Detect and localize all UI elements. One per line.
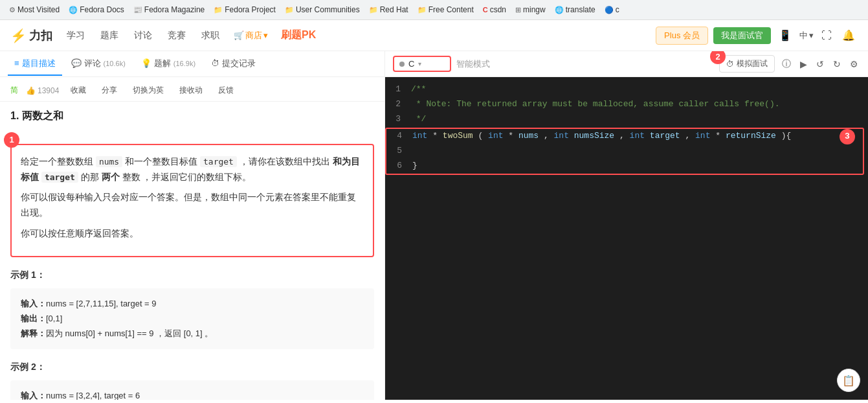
bookmark-most-visited[interactable]: ⚙ Most Visited: [6, 4, 62, 16]
bookmark-c[interactable]: 🔵 c: [602, 4, 622, 16]
code-line-4: 4 int * twoSum ( int * nums , int numsSi…: [386, 129, 863, 144]
tab-solution-icon: 💡: [141, 58, 151, 68]
editor-toolbar: 2 C ▾ 智能模式 ⏱ 模拟面试 ⓘ ▶ ↺ ↻ ⚙: [385, 51, 868, 77]
tab-desc-label: 题目描述: [22, 58, 56, 69]
nav-discuss[interactable]: 讨论: [133, 27, 153, 44]
nav-problems[interactable]: 题库: [99, 27, 120, 44]
smart-mode-label: 智能模式: [456, 58, 490, 70]
bookmark-fedora-magazine-label: Fedora Magazine: [144, 5, 205, 14]
code-content-6: }: [412, 159, 863, 173]
code-target: target: [200, 156, 237, 167]
code-target-2: target: [41, 172, 78, 183]
switch-lang-btn[interactable]: 切换为英: [129, 84, 168, 97]
example-2-input-value: nums = [3,2,4], target = 6: [46, 391, 140, 400]
interview-button[interactable]: 我是面试官: [713, 27, 771, 44]
float-action-button[interactable]: 📋: [837, 369, 860, 392]
bookmark-most-visited-label: Most Visited: [17, 5, 60, 14]
likes-icon: 👍: [26, 86, 36, 95]
bookmark-fedora-docs[interactable]: 🌐 Fedora Docs: [66, 4, 127, 16]
tab-comment-badge: (10.6k): [104, 60, 126, 67]
main-container: ≡ 题目描述 💬 评论 (10.6k) 💡 题解 (16.9k) ⏱ 提交记录 …: [0, 51, 868, 400]
problem-desc-p3: 你可以按任意顺序返回答案。: [21, 226, 364, 242]
plus-member-button[interactable]: Plus 会员: [656, 27, 708, 45]
bookmark-csdn-label: csdn: [490, 5, 506, 14]
folder-icon-1: 📁: [214, 6, 223, 14]
collect-btn[interactable]: 收藏: [67, 84, 90, 97]
bookmark-csdn[interactable]: C csdn: [480, 4, 509, 16]
settings-icon[interactable]: ⚙: [848, 57, 860, 71]
code-editor[interactable]: 3 1 /** 2 * Note: The returned array mus…: [385, 77, 868, 400]
language-selector[interactable]: C ▾: [393, 56, 451, 72]
nav-study[interactable]: 学习: [65, 27, 86, 44]
redo-icon[interactable]: ↻: [831, 57, 843, 71]
highlighted-code-block: 4 int * twoSum ( int * nums , int numsSi…: [385, 128, 864, 174]
tab-solution-label: 题解: [154, 58, 171, 69]
badge-1: 1: [4, 132, 19, 148]
problem-number: 1.: [10, 110, 19, 121]
lang-switcher[interactable]: 中 ▾: [799, 30, 814, 41]
badge-3: 3: [840, 129, 855, 144]
param-returnsize: returnSize: [726, 131, 776, 141]
bookmark-translate[interactable]: 🌐 translate: [552, 4, 598, 16]
info-icon[interactable]: ⓘ: [780, 56, 793, 72]
mobile-icon[interactable]: 📱: [776, 27, 794, 44]
views-stat: 接收动: [175, 84, 206, 97]
problem-description: 给定一个整数数组 nums 和一个整数目标值 target ，请你在该数组中找出…: [10, 144, 374, 257]
example-2: 示例 2： 输入：nums = [3,2,4], target = 6 输出：[…: [10, 360, 374, 400]
kw-int: int: [412, 131, 427, 141]
example-2-title: 示例 2：: [10, 360, 374, 375]
feedback-btn[interactable]: 反馈: [214, 84, 238, 97]
line-num-6: 6: [386, 159, 412, 173]
notification-icon[interactable]: 🔔: [840, 27, 858, 44]
bookmark-fedora-project[interactable]: 📁 Fedora Project: [211, 4, 278, 16]
bookmark-free-content[interactable]: 📁 Free Content: [415, 4, 476, 16]
nav-pk[interactable]: 刷题PK: [281, 29, 316, 42]
shop-label: 商店: [245, 30, 262, 41]
logo[interactable]: ⚡ 力扣: [10, 28, 52, 43]
newspaper-icon: 📰: [133, 6, 142, 14]
param-numssize: numsSize: [574, 131, 614, 141]
bookmark-user-communities[interactable]: 📁 User Communities: [282, 4, 362, 16]
undo-icon[interactable]: ↺: [814, 57, 826, 71]
code-content-3: */: [411, 113, 868, 126]
line-num-4: 4: [386, 130, 412, 143]
fullscreen-icon[interactable]: ⛶: [819, 27, 834, 44]
bookmark-fedora-magazine[interactable]: 📰 Fedora Magazine: [131, 4, 207, 16]
bookmark-red-hat[interactable]: 📁 Red Hat: [366, 4, 411, 16]
difficulty-tag[interactable]: 简: [10, 85, 18, 96]
tab-comment-icon: 💬: [71, 58, 82, 68]
simulate-button[interactable]: ⏱ 模拟面试: [719, 55, 775, 73]
shop-icon: 🛒: [234, 30, 244, 40]
func-name: twoSum: [443, 131, 473, 141]
nav-shop[interactable]: 🛒 商店 ▾: [234, 30, 268, 41]
tab-submit[interactable]: ⏱ 提交记录: [205, 52, 262, 76]
globe-icon: 🌐: [69, 6, 78, 14]
code-line-3: 3 */: [385, 112, 868, 127]
problem-title-area: 1. 两数之和: [0, 102, 384, 128]
shop-chevron: ▾: [263, 30, 268, 40]
bookmark-mingw[interactable]: ⊞ mingw: [513, 4, 548, 16]
right-panel: 2 C ▾ 智能模式 ⏱ 模拟面试 ⓘ ▶ ↺ ↻ ⚙: [385, 51, 868, 400]
code-line-5: 5: [386, 144, 863, 159]
simulate-icon: ⏱: [726, 60, 734, 69]
share-btn[interactable]: 分享: [98, 84, 121, 97]
tab-solution-badge: (16.9k): [173, 60, 195, 67]
play-icon[interactable]: ▶: [798, 57, 809, 71]
top-nav: ⚡ 力扣 学习 题库 讨论 竞赛 求职 🛒 商店 ▾ 刷题PK Plus 会员 …: [0, 20, 868, 51]
kw-int5: int: [695, 131, 710, 141]
nav-jobs[interactable]: 求职: [200, 27, 221, 44]
tab-solution[interactable]: 💡 题解 (16.9k): [135, 52, 202, 76]
logo-text: 力扣: [29, 28, 52, 43]
mingw-icon: ⊞: [515, 6, 521, 14]
nav-contest[interactable]: 竞赛: [166, 27, 187, 44]
example-1-output: 输出：[0,1]: [21, 311, 364, 326]
tab-description[interactable]: ≡ 题目描述: [8, 52, 62, 76]
c-bookmark-icon: 🔵: [605, 6, 614, 14]
bookmark-fedora-docs-label: Fedora Docs: [80, 5, 124, 14]
translate-icon: 🌐: [555, 6, 564, 14]
example-1: 示例 1： 输入：nums = [2,7,11,15], target = 9 …: [10, 268, 374, 349]
line-num-3: 3: [385, 113, 411, 126]
tab-submit-icon: ⏱: [211, 58, 219, 68]
example-1-box: 输入：nums = [2,7,11,15], target = 9 输出：[0,…: [10, 288, 374, 349]
tab-comment[interactable]: 💬 评论 (10.6k): [65, 52, 132, 76]
